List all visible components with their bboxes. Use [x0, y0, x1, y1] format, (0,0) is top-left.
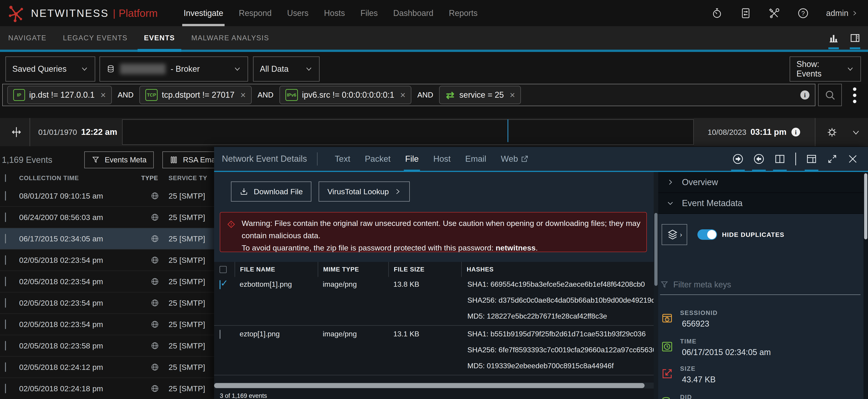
- next-event-icon[interactable]: [733, 147, 743, 171]
- row-checkbox[interactable]: [5, 213, 6, 222]
- nav-item-files[interactable]: Files: [353, 0, 385, 26]
- stopwatch-icon[interactable]: [711, 7, 723, 19]
- select-all-files-checkbox[interactable]: [220, 266, 227, 273]
- remove-filter-icon[interactable]: ×: [240, 90, 246, 100]
- download-file-button[interactable]: Download File: [231, 182, 311, 202]
- row-checkbox[interactable]: [5, 255, 6, 265]
- row-checkbox[interactable]: [5, 234, 6, 243]
- show-events-dropdown[interactable]: Show: Events: [789, 57, 861, 82]
- nav-item-reports[interactable]: Reports: [441, 0, 485, 26]
- column-mime-type[interactable]: MIME TYPE: [318, 262, 388, 277]
- tab-packet[interactable]: Packet: [358, 147, 398, 171]
- filter-pill-tcp-dstport[interactable]: TCP tcp.dstport != 27017 ×: [140, 86, 252, 104]
- scrollbar-thumb[interactable]: [864, 173, 867, 239]
- timeline-info-icon[interactable]: i: [790, 127, 801, 137]
- saved-queries-dropdown[interactable]: Saved Queries: [5, 57, 95, 82]
- meta-value[interactable]: 43.47 KB: [682, 375, 716, 385]
- filter-pill-ip-dst[interactable]: IP ip.dst != 127.0.0.1 ×: [7, 86, 112, 104]
- meta-value[interactable]: 06/17/2015 02:34:05 am: [682, 347, 771, 357]
- time-icon: [661, 340, 673, 352]
- collapse-timeline-chevron-icon[interactable]: [851, 128, 861, 137]
- column-type[interactable]: TYPE: [141, 175, 168, 182]
- scrollbar-thumb[interactable]: [214, 383, 645, 388]
- column-collection-time[interactable]: COLLECTION TIME: [19, 175, 141, 182]
- tab-email[interactable]: Email: [458, 147, 494, 171]
- nav-item-dashboard[interactable]: Dashboard: [385, 0, 441, 26]
- admin-tools-icon[interactable]: [769, 7, 780, 19]
- tab-text[interactable]: Text: [328, 147, 358, 171]
- meta-groups-button[interactable]: ›: [662, 224, 687, 245]
- chevron-down-icon: [666, 199, 674, 207]
- query-info-icon[interactable]: i: [800, 90, 810, 100]
- filter-meta-keys-field[interactable]: [660, 280, 861, 295]
- column-file-name[interactable]: FILE NAME: [235, 262, 318, 277]
- tab-host[interactable]: Host: [426, 147, 458, 171]
- file-checkbox[interactable]: [220, 330, 220, 339]
- file-checkbox-checked[interactable]: [220, 280, 220, 289]
- row-checkbox[interactable]: [5, 362, 6, 372]
- remove-filter-icon[interactable]: ×: [510, 90, 515, 100]
- tab-file[interactable]: File: [398, 147, 426, 171]
- more-options-kebab-icon[interactable]: [848, 86, 861, 105]
- horizontal-scrollbar[interactable]: [214, 382, 654, 389]
- tab-events[interactable]: EVENTS: [136, 26, 183, 50]
- timeline-end-datetime: 10/08/2023 03:11 pm i: [694, 118, 815, 146]
- chevron-right-icon: [666, 178, 674, 186]
- filter-pill-service[interactable]: ⇄ service = 25 ×: [439, 86, 521, 104]
- previous-event-icon[interactable]: [753, 147, 764, 171]
- scrollbar-thumb[interactable]: [654, 213, 657, 286]
- event-metadata-section-header[interactable]: Event Metadata: [658, 193, 868, 214]
- svg-text:?: ?: [801, 10, 805, 17]
- nav-item-users[interactable]: Users: [279, 0, 316, 26]
- hide-duplicates-toggle[interactable]: [698, 229, 717, 240]
- expand-panel-icon[interactable]: [827, 147, 837, 171]
- row-checkbox[interactable]: [5, 319, 6, 329]
- pan-timeline-icon[interactable]: [3, 118, 30, 146]
- row-checkbox[interactable]: [5, 277, 6, 286]
- broker-service-dropdown[interactable]: - Broker: [99, 57, 248, 82]
- meta-vertical-scrollbar[interactable]: [863, 172, 868, 399]
- column-hashes[interactable]: HASHES: [461, 262, 654, 277]
- nav-item-investigate[interactable]: Investigate: [176, 0, 231, 26]
- side-panel-icon[interactable]: [850, 33, 860, 43]
- events-meta-button[interactable]: Events Meta: [84, 151, 154, 168]
- network-event-type-icon: [141, 341, 168, 350]
- select-all-checkbox[interactable]: [5, 174, 6, 182]
- layout-view-icon[interactable]: [806, 147, 817, 171]
- tab-web[interactable]: Web: [494, 147, 536, 171]
- timeline-marker[interactable]: [507, 119, 508, 142]
- column-file-size[interactable]: FILE SIZE: [388, 262, 461, 277]
- column-chart-icon[interactable]: [828, 33, 839, 43]
- timeline-chart[interactable]: [122, 119, 694, 145]
- timeline-settings-gear-icon[interactable]: [826, 127, 838, 138]
- query-filter-bar[interactable]: IP ip.dst != 127.0.0.1 × AND TCP tcp.dst…: [2, 84, 815, 106]
- filter-meta-keys-input[interactable]: [673, 280, 833, 289]
- close-panel-icon[interactable]: [847, 147, 858, 171]
- virustotal-lookup-button[interactable]: VirusTotal Lookup: [319, 182, 410, 202]
- row-checkbox[interactable]: [5, 298, 6, 308]
- sha256-hash: SHA256: d375d6c0c0ae8c4da05b66ab10b9d00d…: [467, 296, 654, 305]
- split-view-icon[interactable]: [774, 147, 785, 171]
- remove-filter-icon[interactable]: ×: [400, 90, 405, 100]
- vertical-scrollbar[interactable]: [654, 172, 658, 399]
- time-range-dropdown[interactable]: All Data: [253, 57, 319, 82]
- file-tab-content: Download File VirusTotal Lookup Warning:…: [214, 172, 654, 399]
- health-wellness-icon[interactable]: [740, 7, 751, 19]
- nav-item-respond[interactable]: Respond: [231, 0, 279, 26]
- tab-legacy-events[interactable]: LEGACY EVENTS: [55, 26, 136, 50]
- row-checkbox[interactable]: [5, 341, 6, 350]
- search-events-button[interactable]: [818, 84, 842, 106]
- tab-malware-analysis[interactable]: MALWARE ANALYSIS: [183, 26, 277, 50]
- user-menu[interactable]: admin: [826, 8, 858, 18]
- filter-pill-ipv6-src[interactable]: IPv6 ipv6.src != 0:0:0:0:0:0:0:1 ×: [279, 86, 411, 104]
- tab-navigate[interactable]: NAVIGATE: [0, 26, 55, 50]
- remove-filter-icon[interactable]: ×: [100, 90, 106, 100]
- overview-section-header[interactable]: Overview: [658, 172, 868, 193]
- row-checkbox[interactable]: [5, 384, 6, 393]
- filter-pill-text: tcp.dstport != 27017: [162, 90, 235, 100]
- help-icon[interactable]: ?: [797, 7, 809, 19]
- nav-item-hosts[interactable]: Hosts: [316, 0, 353, 26]
- row-checkbox[interactable]: [5, 191, 6, 201]
- meta-value[interactable]: 656923: [682, 319, 709, 329]
- ip-meta-icon: IP: [13, 89, 25, 101]
